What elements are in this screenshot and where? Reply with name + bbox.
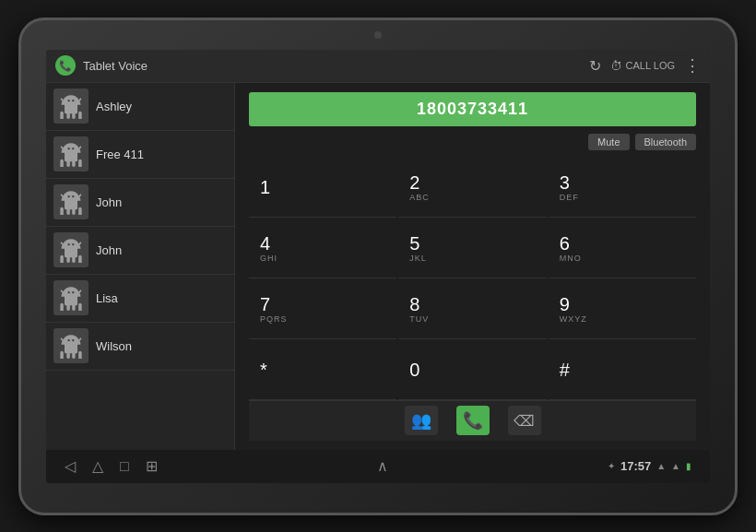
nav-status-area: ✦ 17:57 ▲ ▲ ▮ <box>608 459 691 473</box>
key-number-8: 8 <box>409 295 419 313</box>
dial-key-hash[interactable]: # <box>549 341 696 400</box>
dial-key-0[interactable]: 0 <box>398 341 546 400</box>
contact-name-free411: Free 411 <box>96 148 144 161</box>
delete-button[interactable]: ⌫ <box>508 406 541 435</box>
bluetooth-status-icon: ✦ <box>608 461 615 471</box>
battery-icon: ▮ <box>686 461 691 471</box>
top-bar: Tablet Voice ↻ ⏱ CALL LOG ⋮ <box>46 50 710 83</box>
nav-left-buttons: ◁ △ □ ⊞ <box>65 457 158 475</box>
key-letters-9: WXYZ <box>560 314 587 324</box>
app-title: Tablet Voice <box>83 59 582 73</box>
call-controls: Mute Bluetooth <box>249 134 696 150</box>
home-button[interactable]: △ <box>92 457 103 475</box>
navigation-bar: ◁ △ □ ⊞ ∧ ✦ 17:57 ▲ ▲ ▮ <box>46 450 710 483</box>
up-arrow-icon: ∧ <box>377 458 388 474</box>
contact-avatar-john2 <box>53 232 89 267</box>
more-options-button[interactable]: ⋮ <box>684 55 701 76</box>
mute-button[interactable]: Mute <box>588 134 629 150</box>
key-letters-2: ABC <box>409 193 430 202</box>
nav-center-button[interactable]: ∧ <box>377 457 388 475</box>
contact-item-john1[interactable]: John <box>46 179 234 227</box>
contact-name-wilson: Wilson <box>96 339 132 353</box>
apps-button[interactable]: ⊞ <box>146 457 158 475</box>
key-letters-7: PQRS <box>260 314 288 324</box>
bluetooth-button[interactable]: Bluetooth <box>635 134 696 150</box>
phone-number-display: 18003733411 <box>417 100 528 118</box>
key-letters-3: DEF <box>560 193 579 202</box>
dial-key-star[interactable]: * <box>249 341 396 400</box>
contact-avatar-john1 <box>53 184 89 219</box>
wifi-icon: ▲ <box>656 461 666 471</box>
dial-key-7[interactable]: 7 PQRS <box>249 280 396 339</box>
recents-button[interactable]: □ <box>120 458 129 475</box>
contacts-button[interactable]: 👥 <box>405 406 438 435</box>
call-log-button[interactable]: ⏱ CALL LOG <box>610 59 675 73</box>
contact-item-john2[interactable]: John <box>46 227 234 275</box>
key-letters-6: MNO <box>560 254 582 263</box>
contact-name-lisa: Lisa <box>96 291 118 305</box>
contact-item-free411[interactable]: Free 411 <box>46 131 234 179</box>
call-button[interactable]: 📞 <box>456 406 490 435</box>
refresh-icon[interactable]: ↻ <box>589 57 601 75</box>
key-number-9: 9 <box>560 295 570 313</box>
contact-item-ashley[interactable]: Ashley <box>46 83 234 131</box>
contact-avatar-lisa <box>53 280 89 315</box>
key-number-0: 0 <box>409 361 419 379</box>
contact-avatar-free411 <box>53 136 89 171</box>
key-letters-8: TUV <box>409 314 429 324</box>
key-number-1: 1 <box>260 178 270 196</box>
contact-item-lisa[interactable]: Lisa <box>46 275 234 323</box>
status-time: 17:57 <box>620 459 651 473</box>
key-number-6: 6 <box>560 234 570 253</box>
dial-key-9[interactable]: 9 WXYZ <box>549 280 696 339</box>
contact-avatar-ashley <box>53 89 89 124</box>
top-bar-actions: ↻ ⏱ CALL LOG ⋮ <box>589 55 701 76</box>
dial-key-5[interactable]: 5 JKL <box>398 219 546 278</box>
dial-key-2[interactable]: 2 ABC <box>398 160 546 219</box>
dial-key-1[interactable]: 1 <box>249 160 396 219</box>
contact-item-wilson[interactable]: Wilson <box>46 323 234 371</box>
signal-icon: ▲ <box>671 461 680 471</box>
dial-key-8[interactable]: 8 TUV <box>398 280 546 339</box>
key-letters-4: GHI <box>260 254 278 263</box>
contact-name-john1: John <box>96 195 122 209</box>
contact-avatar-wilson <box>53 328 89 363</box>
dial-key-3[interactable]: 3 DEF <box>549 160 696 219</box>
key-number-hash: # <box>560 361 570 379</box>
key-number-2: 2 <box>409 173 419 192</box>
tablet-device: Tablet Voice ↻ ⏱ CALL LOG ⋮ <box>18 18 738 515</box>
tablet-screen: Tablet Voice ↻ ⏱ CALL LOG ⋮ <box>46 50 710 483</box>
dialpad-area: 18003733411 Mute Bluetooth 1 2 ABC <box>235 83 710 450</box>
app-icon <box>55 55 76 76</box>
key-number-star: * <box>260 361 267 379</box>
key-number-5: 5 <box>409 234 419 253</box>
dial-key-4[interactable]: 4 GHI <box>249 219 396 278</box>
key-letters-5: JKL <box>409 254 427 263</box>
contacts-sidebar: Ashley Free 411 Jo <box>46 83 235 450</box>
contact-name-john2: John <box>96 243 122 257</box>
back-button[interactable]: ◁ <box>65 457 76 475</box>
contact-name-ashley: Ashley <box>96 100 132 113</box>
phone-number-bar: 18003733411 <box>249 92 696 126</box>
key-number-3: 3 <box>560 173 570 192</box>
main-content: Ashley Free 411 Jo <box>46 83 710 450</box>
dialpad-action-bar: 👥 📞 ⌫ <box>249 400 696 441</box>
key-number-7: 7 <box>260 295 270 313</box>
key-number-4: 4 <box>260 234 270 253</box>
dialpad-grid: 1 2 ABC 3 DEF 4 GHI <box>249 160 696 400</box>
dial-key-6[interactable]: 6 MNO <box>549 219 696 278</box>
